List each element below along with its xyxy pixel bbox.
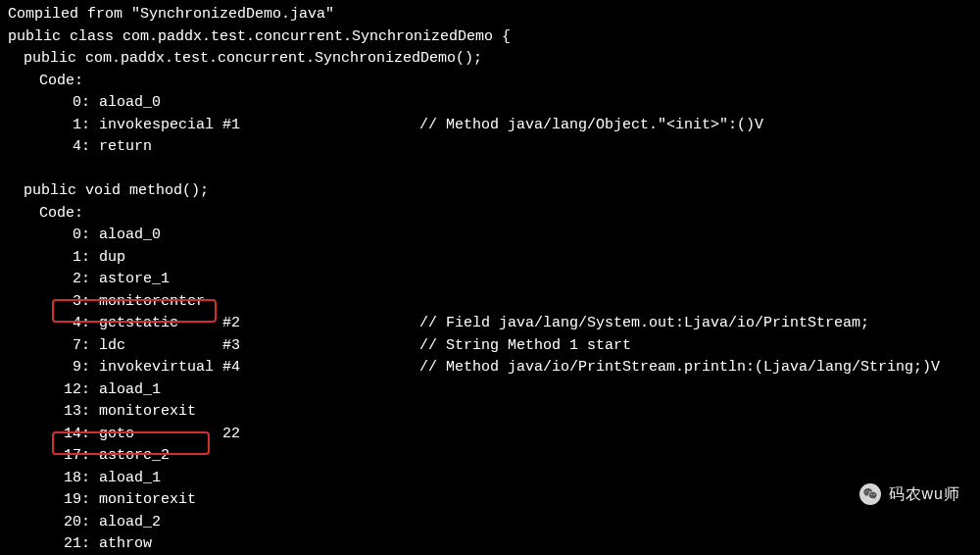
watermark: 码农wu师 <box>859 482 960 506</box>
constructor-bytecode-block: 0: aload_0 1: invokespecial #1// Method … <box>8 92 972 159</box>
bytecode-comment: // Field java/lang/System.out:Ljava/io/P… <box>419 313 869 335</box>
bytecode-instruction: 18: aload_1 <box>8 468 972 490</box>
compiled-from-line: Compiled from "SynchronizedDemo.java" <box>8 4 972 26</box>
method-bytecode-block: 0: aload_0 1: dup 2: astore_1 3: monitor… <box>8 225 972 555</box>
bytecode-instruction: 2: astore_1 <box>8 269 972 291</box>
bytecode-instruction: 0: aload_0 <box>8 225 972 247</box>
blank-line <box>8 159 972 181</box>
bytecode-comment: // Method java/lang/Object."<init>":()V <box>419 115 763 137</box>
code-label: Code: <box>8 71 972 93</box>
bytecode-instruction: 13: monitorexit <box>8 401 972 424</box>
bytecode-instruction: 4: getstatic #2// Field java/lang/System… <box>8 313 972 335</box>
bytecode-comment: // String Method 1 start <box>419 335 631 358</box>
bytecode-instruction: 20: aload_2 <box>8 512 972 534</box>
watermark-text: 码农wu师 <box>889 482 960 506</box>
bytecode-instruction: 4: return <box>8 136 972 159</box>
wechat-icon <box>859 483 881 505</box>
bytecode-instruction: 1: dup <box>8 247 972 270</box>
constructor-declaration: public com.paddx.test.concurrent.Synchro… <box>8 48 972 71</box>
bytecode-instruction: 3: monitorenter <box>8 291 972 314</box>
bytecode-instruction: 7: ldc #3// String Method 1 start <box>8 335 972 358</box>
class-declaration: public class com.paddx.test.concurrent.S… <box>8 26 972 49</box>
bytecode-instruction: 1: invokespecial #1// Method java/lang/O… <box>8 115 972 137</box>
code-label: Code: <box>8 203 972 226</box>
bytecode-instruction: 9: invokevirtual #4// Method java/io/Pri… <box>8 357 972 379</box>
bytecode-instruction: 12: aload_1 <box>8 379 972 402</box>
bytecode-instruction: 19: monitorexit <box>8 489 972 512</box>
bytecode-instruction: 17: astore_2 <box>8 445 972 468</box>
terminal-output: Compiled from "SynchronizedDemo.java" pu… <box>0 0 980 555</box>
bytecode-instruction: 14: goto 22 <box>8 424 972 446</box>
bytecode-comment: // Method java/io/PrintStream.println:(L… <box>419 357 940 379</box>
method-declaration: public void method(); <box>8 180 972 203</box>
bytecode-instruction: 0: aload_0 <box>8 92 972 115</box>
bytecode-instruction: 21: athrow <box>8 533 972 555</box>
